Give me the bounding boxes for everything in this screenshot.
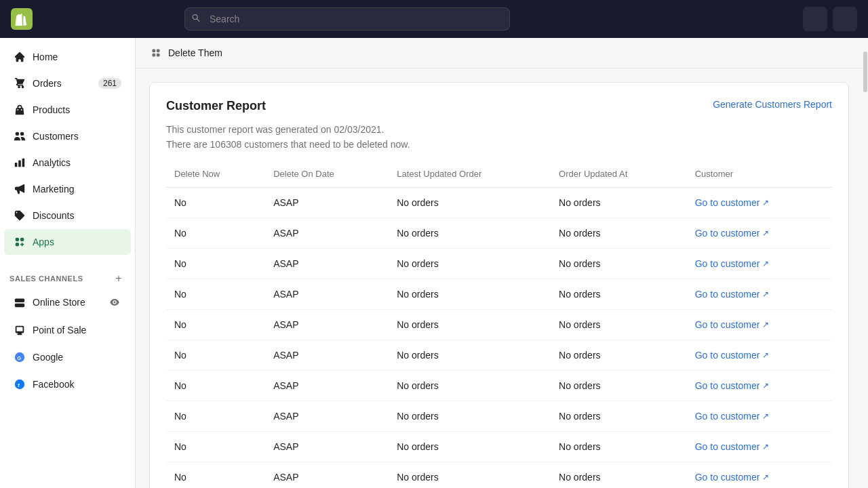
- topbar: [0, 0, 868, 38]
- go-to-customer-link[interactable]: Go to customer ↗: [695, 319, 824, 330]
- cell-customer-link[interactable]: Go to customer ↗: [687, 249, 832, 279]
- sidebar-pos-label: Point of Sale: [33, 325, 86, 336]
- sidebar-online-store-label: Online Store: [33, 297, 85, 308]
- pos-icon: [14, 324, 26, 336]
- table-row: No ASAP No orders No orders Go to custom…: [166, 340, 832, 371]
- sidebar-item-products[interactable]: Products: [4, 97, 131, 123]
- cell-delete-on-date: ASAP: [265, 462, 389, 489]
- external-link-icon: ↗: [762, 411, 769, 421]
- orders-icon: [14, 77, 26, 89]
- sidebar-discounts-label: Discounts: [33, 210, 74, 221]
- cell-delete-on-date: ASAP: [265, 249, 389, 279]
- cell-delete-now: No: [166, 249, 265, 279]
- add-channel-button[interactable]: +: [112, 272, 125, 285]
- cell-order-updated: No orders: [551, 188, 687, 218]
- go-to-customer-link[interactable]: Go to customer ↗: [695, 258, 824, 269]
- external-link-icon: ↗: [762, 442, 769, 451]
- cell-customer-link[interactable]: Go to customer ↗: [687, 218, 832, 249]
- sidebar-analytics-label: Analytics: [33, 157, 71, 168]
- cell-customer-link[interactable]: Go to customer ↗: [687, 462, 832, 489]
- sidebar-products-label: Products: [33, 104, 70, 115]
- breadcrumb-label: Delete Them: [168, 47, 222, 58]
- external-link-icon: ↗: [762, 320, 769, 329]
- marketing-icon: [14, 183, 26, 195]
- sidebar-apps-label: Apps: [33, 237, 54, 247]
- cell-delete-on-date: ASAP: [265, 371, 389, 401]
- go-to-customer-link[interactable]: Go to customer ↗: [695, 197, 824, 208]
- external-link-icon: ↗: [762, 198, 769, 207]
- cell-latest-order: No orders: [389, 188, 551, 218]
- sidebar-item-orders[interactable]: Orders 261: [4, 70, 131, 96]
- go-to-customer-link[interactable]: Go to customer ↗: [695, 411, 824, 422]
- go-to-customer-link[interactable]: Go to customer ↗: [695, 228, 824, 239]
- cell-customer-link[interactable]: Go to customer ↗: [687, 310, 832, 340]
- go-to-customer-link[interactable]: Go to customer ↗: [695, 350, 824, 361]
- store-icon: [14, 296, 26, 308]
- scroll-indicator: [863, 38, 868, 488]
- external-link-icon: ↗: [762, 350, 769, 360]
- go-to-customer-link[interactable]: Go to customer ↗: [695, 380, 824, 391]
- sidebar-item-marketing[interactable]: Marketing: [4, 176, 131, 202]
- cell-delete-now: No: [166, 371, 265, 401]
- discounts-icon: [14, 209, 26, 222]
- sidebar-facebook-label: Facebook: [33, 379, 74, 390]
- cell-customer-link[interactable]: Go to customer ↗: [687, 371, 832, 401]
- sidebar-item-online-store[interactable]: Online Store: [4, 289, 131, 316]
- cell-latest-order: No orders: [389, 432, 551, 462]
- cell-delete-now: No: [166, 340, 265, 371]
- external-link-icon: ↗: [762, 472, 769, 482]
- breadcrumb: Delete Them: [136, 38, 863, 68]
- cell-order-updated: No orders: [551, 432, 687, 462]
- online-store-eye-button[interactable]: [108, 296, 121, 309]
- go-to-customer-link[interactable]: Go to customer ↗: [695, 289, 824, 300]
- sidebar-item-analytics[interactable]: Analytics: [4, 150, 131, 176]
- sidebar-item-customers[interactable]: Customers: [4, 123, 131, 149]
- svg-text:f: f: [18, 382, 20, 388]
- cell-order-updated: No orders: [551, 218, 687, 249]
- sidebar-item-discounts[interactable]: Discounts: [4, 203, 131, 228]
- topbar-btn-1[interactable]: [803, 7, 827, 31]
- sidebar-item-facebook[interactable]: f Facebook: [4, 371, 131, 397]
- sidebar-item-apps[interactable]: Apps: [4, 229, 131, 255]
- cell-delete-now: No: [166, 462, 265, 489]
- sales-channels-label: SALES CHANNELS: [9, 274, 83, 283]
- sidebar-customers-label: Customers: [33, 131, 79, 142]
- cell-delete-now: No: [166, 188, 265, 218]
- cell-latest-order: No orders: [389, 279, 551, 310]
- table-row: No ASAP No orders No orders Go to custom…: [166, 279, 832, 310]
- search-bar[interactable]: [184, 7, 510, 30]
- cell-delete-now: No: [166, 279, 265, 310]
- cell-customer-link[interactable]: Go to customer ↗: [687, 279, 832, 310]
- cell-latest-order: No orders: [389, 340, 551, 371]
- cell-customer-link[interactable]: Go to customer ↗: [687, 188, 832, 218]
- cell-order-updated: No orders: [551, 310, 687, 340]
- cell-customer-link[interactable]: Go to customer ↗: [687, 401, 832, 432]
- cell-delete-on-date: ASAP: [265, 279, 389, 310]
- cell-delete-on-date: ASAP: [265, 310, 389, 340]
- cell-delete-now: No: [166, 310, 265, 340]
- sidebar-item-point-of-sale[interactable]: Point of Sale: [4, 317, 131, 343]
- cell-order-updated: No orders: [551, 279, 687, 310]
- generate-customers-report-link[interactable]: Generate Customers Report: [713, 99, 832, 110]
- search-input[interactable]: [184, 7, 510, 30]
- sales-channels-section: SALES CHANNELS +: [0, 261, 135, 288]
- cell-order-updated: No orders: [551, 249, 687, 279]
- go-to-customer-link[interactable]: Go to customer ↗: [695, 441, 824, 452]
- report-header: Customer Report Generate Customers Repor…: [166, 99, 832, 113]
- sidebar-item-google[interactable]: G Google: [4, 344, 131, 370]
- table-row: No ASAP No orders No orders Go to custom…: [166, 310, 832, 340]
- sidebar-item-home[interactable]: Home: [4, 44, 131, 70]
- apps-icon: [14, 236, 26, 248]
- topbar-btn-2[interactable]: [833, 7, 857, 31]
- home-icon: [14, 51, 26, 63]
- cell-latest-order: No orders: [389, 462, 551, 489]
- cell-customer-link[interactable]: Go to customer ↗: [687, 432, 832, 462]
- report-generated-date: This customer report was generated on 02…: [166, 124, 832, 135]
- cell-delete-on-date: ASAP: [265, 218, 389, 249]
- go-to-customer-link[interactable]: Go to customer ↗: [695, 472, 824, 483]
- cell-customer-link[interactable]: Go to customer ↗: [687, 340, 832, 371]
- cell-latest-order: No orders: [389, 401, 551, 432]
- analytics-icon: [14, 157, 26, 169]
- products-icon: [14, 104, 26, 116]
- col-delete-now: Delete Now: [166, 163, 265, 188]
